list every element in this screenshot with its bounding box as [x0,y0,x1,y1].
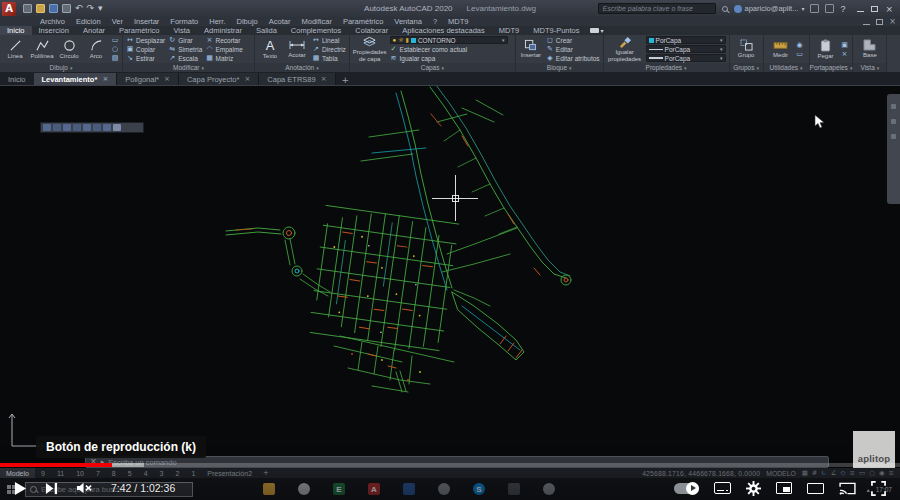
menu-ver[interactable]: Ver [112,17,123,26]
toolbar-icon[interactable] [83,124,91,131]
file-tab-capa-proyecto[interactable]: Capa Proyecto*× [179,73,259,85]
group-button[interactable]: Grupo [734,39,758,58]
menu-insertar[interactable]: Insertar [134,17,159,26]
lineweight-select[interactable]: PorCapa [646,54,726,62]
panel-label-anotacion[interactable]: Anotación [255,63,349,72]
help-search-input[interactable] [598,3,716,14]
open-file-icon[interactable] [36,4,45,13]
create-block-button[interactable]: ◻Crear [546,36,600,44]
menu-ayuda[interactable]: ? [433,17,437,26]
panel-label-bloque[interactable]: Bloque [516,63,603,72]
file-tab-poligonal[interactable]: Poligonal*× [117,73,179,85]
insert-block-button[interactable]: Insertar [519,39,543,58]
leader-button[interactable]: ↗Directriz [312,45,346,53]
ribbon-tab-mdt[interactable]: MDT9 [492,26,526,35]
menu-herramientas[interactable]: Herr. [209,17,225,26]
linetype-select[interactable]: PorCapa [646,45,726,53]
menu-acotar[interactable]: Acotar [269,17,291,26]
menu-mdt[interactable]: MDT9 [448,17,468,26]
subtitles-button[interactable] [714,482,731,494]
volume-muted-button[interactable] [76,481,93,495]
match-properties-button[interactable]: Igualar propiedades [607,36,643,62]
redo-icon[interactable]: ↷ [87,4,95,13]
menu-dibujo[interactable]: Dibujo [237,17,258,26]
edit-attributes-button[interactable]: ◈Editar atributos [546,54,600,62]
hatch-button[interactable]: ▨ [111,54,119,62]
theater-mode-button[interactable] [807,483,824,494]
rotate-button[interactable]: ↻Girar [168,36,202,44]
floating-toolbar[interactable] [40,122,144,133]
quick-measure-button[interactable]: ◉ [796,41,804,49]
arc-button[interactable]: Arco [84,39,108,59]
next-button[interactable] [45,482,58,495]
table-button[interactable]: ▦Tabla [312,54,346,62]
panel-label-capas[interactable]: Capas [350,63,515,72]
miniplayer-button[interactable] [776,482,792,494]
set-current-layer-button[interactable]: ✓Establecer como actual [390,45,512,53]
ribbon-tab-anotar[interactable]: Anotar [76,26,112,35]
cast-button[interactable] [839,482,856,495]
ribbon-tab-vista[interactable]: Vista [167,26,198,35]
circle-button[interactable]: Círculo [57,39,81,59]
panel-label-dibujo[interactable]: Dibujo [0,63,122,72]
ribbon-tab-colaborar[interactable]: Colaborar [348,26,395,35]
ribbon-tab-aplicaciones[interactable]: Aplicaciones destacadas [395,26,492,35]
ribbon-tab-salida[interactable]: Salida [249,26,284,35]
restore-icon[interactable] [871,6,878,12]
ribbon-tab-inicio[interactable]: Inicio [0,26,32,35]
panel-label-propiedades[interactable]: Propiedades [604,63,729,72]
panel-label-utilidades[interactable]: Utilidades [764,63,809,72]
close-tab-icon[interactable]: × [164,75,170,83]
ribbon-tab-insercion[interactable]: Inserción [32,26,76,35]
account-menu[interactable]: aparicio@aplit... ▾ [734,4,805,13]
toolbar-icon[interactable] [73,124,81,131]
copy-clip-button[interactable]: ▣ [840,41,848,49]
notifications-icon[interactable] [825,4,834,13]
paste-button[interactable]: Pegar [813,39,837,59]
close-icon[interactable]: × [885,6,893,12]
ribbon-display-toggle[interactable]: ▾ [590,26,606,35]
toolbar-icon[interactable] [53,124,61,131]
menu-archivo[interactable]: Archivo [40,17,65,26]
toolbar-icon[interactable] [43,124,51,131]
help-menu[interactable]: ? [840,4,845,14]
settings-button[interactable] [746,481,761,496]
ellipse-button[interactable]: ○ [111,45,119,53]
autoplay-toggle[interactable] [674,483,699,494]
close-tab-icon[interactable]: × [321,75,327,83]
undo-icon[interactable]: ↶ [75,4,83,13]
stretch-button[interactable]: ↘Estirar [126,54,165,62]
measure-button[interactable]: Medir [769,40,793,58]
panel-label-modificar[interactable]: Modificar [123,63,254,72]
toolbar-icon[interactable] [113,124,121,131]
panel-label-portapapeles[interactable]: Portapapeles [810,63,853,72]
menu-parametrico[interactable]: Paramétrico [343,17,383,26]
new-drawing-tab-button[interactable]: + [336,75,356,85]
file-tab-inicio[interactable]: Inicio [0,73,34,85]
new-file-icon[interactable] [23,4,32,13]
color-select[interactable]: PorCapa [646,36,726,44]
qat-dropdown-icon[interactable]: ▾ [98,4,103,13]
play-button[interactable] [14,481,27,496]
match-layer-button[interactable]: ≋Igualar capa [390,54,512,62]
fillet-button[interactable]: ◠Empalme [205,45,242,53]
copy-button[interactable]: ▣Copiar [126,45,165,53]
doc-restore-icon[interactable] [876,19,883,25]
dimension-button[interactable]: Acotar [285,39,309,58]
file-tab-levantamiento[interactable]: Levantamiento*× [34,73,118,85]
minimize-icon[interactable] [857,6,864,12]
id-point-button[interactable]: ▭ [796,50,804,58]
polyline-button[interactable]: Polilínea [30,39,54,59]
line-button[interactable]: Línea [3,39,27,59]
array-button[interactable]: ▦Matriz [205,54,242,62]
panel-label-grupos[interactable]: Grupos [730,63,763,72]
menu-ventana[interactable]: Ventana [394,17,422,26]
menu-modificar[interactable]: Modificar [301,17,331,26]
edit-block-button[interactable]: ✎Editar [546,45,600,53]
linear-dim-button[interactable]: ↔Lineal [312,36,346,44]
ribbon-tab-parametrico[interactable]: Paramétrico [112,26,166,35]
video-progress-bar[interactable] [0,463,900,467]
ribbon-tab-mdt-puntos[interactable]: MDT9-Puntos [526,26,586,35]
text-button[interactable]: A Texto [258,39,282,59]
autocad-logo-icon[interactable]: A [2,2,16,16]
